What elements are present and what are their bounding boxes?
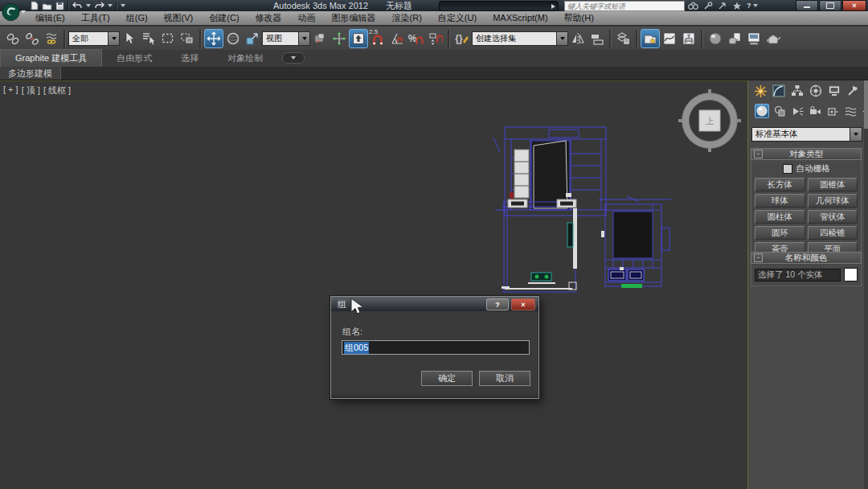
tab-motion-icon[interactable]	[809, 84, 823, 98]
use-pivot-point-icon[interactable]	[310, 29, 330, 48]
close-button[interactable]: ×	[842, 0, 866, 11]
panel-scrollbar[interactable]	[864, 80, 868, 489]
infocenter-search[interactable]	[564, 1, 685, 11]
angle-snap-toggle-icon[interactable]	[387, 29, 407, 48]
scrollbar-thumb[interactable]	[864, 80, 868, 129]
material-editor-icon[interactable]	[706, 29, 725, 48]
menu-item-customize[interactable]: 自定义(U)	[430, 11, 485, 25]
menu-item-views[interactable]: 视图(V)	[156, 11, 202, 25]
tab-freeform[interactable]: 自由形式	[102, 50, 166, 67]
selection-filter-dropdown[interactable]: 全部	[68, 31, 120, 46]
category-cameras-icon[interactable]	[808, 104, 822, 118]
render-production-icon[interactable]	[764, 29, 783, 48]
new-scene-icon[interactable]	[31, 1, 39, 10]
autogrid-checkbox[interactable]	[783, 164, 792, 174]
panel-polygon-modeling[interactable]: 多边形建模	[0, 67, 61, 80]
named-selection-sets-dropdown[interactable]: 创建选择集	[472, 31, 568, 46]
dialog-help-button[interactable]: ?	[486, 298, 509, 310]
object-button-geosphere[interactable]: 几何球体	[808, 194, 858, 208]
menu-item-rendering[interactable]: 渲染(R)	[384, 11, 430, 25]
snap-toggle-icon[interactable]: 2.5	[368, 29, 387, 48]
redo-icon[interactable]	[94, 2, 104, 10]
category-space-warps-icon[interactable]	[843, 104, 858, 118]
tab-display-icon[interactable]	[827, 84, 841, 98]
object-button-torus[interactable]: 圆环	[755, 226, 805, 240]
menu-item-graph-editors[interactable]: 图形编辑器	[324, 11, 384, 25]
dialog-close-button[interactable]: ×	[511, 298, 535, 310]
tab-hierarchy-icon[interactable]	[790, 84, 805, 98]
object-color-swatch[interactable]	[844, 268, 858, 281]
schematic-view-icon[interactable]	[679, 29, 698, 48]
undo-icon[interactable]	[72, 2, 83, 10]
select-object-icon[interactable]	[120, 29, 139, 48]
minimize-button[interactable]	[796, 0, 818, 11]
menu-item-maxscript[interactable]: MAXScript(M)	[485, 11, 555, 25]
cancel-button[interactable]: 取消	[479, 371, 530, 386]
tab-object-paint[interactable]: 对象绘制	[213, 50, 277, 67]
layer-manager-icon[interactable]	[614, 29, 633, 48]
tab-selection[interactable]: 选择	[166, 50, 213, 67]
menu-item-animation[interactable]: 动画	[290, 11, 324, 25]
menu-item-create[interactable]: 创建(C)	[201, 11, 247, 25]
menu-item-help[interactable]: 帮助(H)	[556, 11, 602, 25]
object-type-header[interactable]: - 对象类型	[751, 148, 862, 160]
tab-modify-icon[interactable]	[772, 84, 786, 98]
reference-coordinate-dropdown[interactable]: 视图	[262, 31, 310, 46]
rectangular-selection-region-icon[interactable]	[158, 29, 178, 48]
ok-button[interactable]: 确定	[421, 371, 473, 386]
menu-item-modifiers[interactable]: 修改器	[248, 11, 290, 25]
help-menu-button[interactable]: ?	[747, 2, 758, 10]
category-shapes-icon[interactable]	[772, 104, 787, 118]
undo-history-icon[interactable]	[86, 4, 91, 7]
percent-snap-toggle-icon[interactable]: %	[407, 29, 426, 48]
spinner-snap-toggle-icon[interactable]	[426, 29, 445, 48]
primitive-category-dropdown[interactable]: 标准基本体	[751, 127, 862, 142]
category-geometry-icon[interactable]	[755, 104, 769, 118]
search-input[interactable]	[565, 2, 684, 10]
select-and-rotate-icon[interactable]	[223, 29, 243, 48]
edit-named-selection-sets-icon[interactable]: {}	[452, 29, 472, 48]
top-viewport[interactable]: [ + ] [ 顶 ] [ 线框 ] 上	[0, 80, 748, 489]
object-name-field[interactable]: 选择了 10 个实体	[755, 269, 841, 281]
menu-item-edit[interactable]: 编辑(E)	[27, 11, 73, 25]
maximize-button[interactable]	[819, 0, 841, 11]
category-lights-icon[interactable]	[790, 104, 805, 118]
mirror-icon[interactable]	[568, 29, 588, 48]
ribbon-options-dropdown[interactable]	[282, 52, 305, 64]
select-and-manipulate-icon[interactable]	[330, 29, 349, 48]
object-button-sphere[interactable]: 球体	[755, 194, 805, 208]
search-binoculars-icon[interactable]	[688, 1, 698, 10]
group-name-input[interactable]: 组005	[342, 340, 530, 355]
select-by-name-icon[interactable]	[139, 29, 158, 48]
select-and-scale-icon[interactable]	[243, 29, 262, 48]
object-button-tube[interactable]: 管状体	[808, 210, 858, 224]
category-helpers-icon[interactable]	[825, 104, 840, 118]
open-file-icon[interactable]	[42, 2, 52, 10]
bind-to-space-warp-icon[interactable]	[42, 29, 61, 48]
render-setup-icon[interactable]	[725, 29, 744, 48]
name-color-header[interactable]: - 名称和颜色	[751, 252, 862, 264]
save-file-icon[interactable]	[55, 2, 64, 10]
object-button-pyramid[interactable]: 四棱锥	[808, 226, 858, 240]
tab-graphite-modeling-tools[interactable]: Graphite 建模工具	[0, 49, 102, 67]
menu-item-group[interactable]: 组(G)	[118, 11, 156, 25]
rendered-frame-window-icon[interactable]	[744, 29, 764, 48]
object-button-cone[interactable]: 圆锥体	[808, 178, 858, 191]
customize-qat-icon[interactable]	[121, 4, 125, 7]
redo-history-icon[interactable]	[108, 4, 113, 7]
communication-center-icon[interactable]	[718, 1, 727, 10]
tab-create-icon[interactable]	[753, 84, 768, 98]
unlink-selection-icon[interactable]	[23, 29, 42, 48]
object-button-box[interactable]: 长方体	[755, 178, 805, 191]
menu-item-tools[interactable]: 工具(T)	[73, 11, 118, 25]
graphite-modeling-tools-toggle-icon[interactable]	[641, 29, 660, 48]
subscription-wrench-icon[interactable]	[703, 1, 713, 10]
play-icon[interactable]	[551, 4, 555, 9]
object-button-cylinder[interactable]: 圆柱体	[755, 210, 805, 224]
align-icon[interactable]	[588, 29, 607, 48]
window-crossing-toggle-icon[interactable]	[178, 29, 197, 48]
keyboard-shortcut-override-icon[interactable]	[349, 29, 368, 48]
tab-utilities-icon[interactable]	[845, 84, 860, 98]
favorites-star-icon[interactable]	[732, 1, 742, 10]
application-menu-button[interactable]	[2, 1, 26, 23]
